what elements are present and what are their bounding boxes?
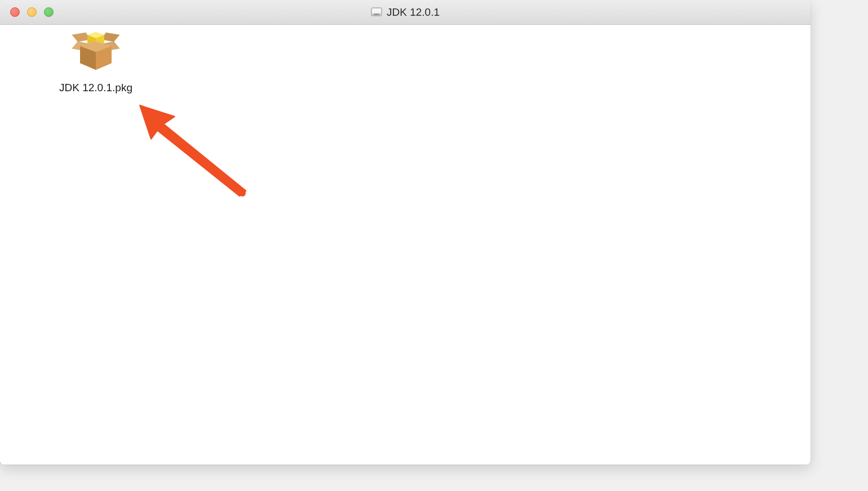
window-title: JDK 12.0.1: [371, 6, 440, 19]
window-title-text: JDK 12.0.1: [387, 6, 440, 19]
zoom-window-button[interactable]: [44, 7, 54, 17]
file-label: JDK 12.0.1.pkg: [48, 81, 144, 95]
close-window-button[interactable]: [10, 7, 20, 17]
window-title-bar[interactable]: JDK 12.0.1: [0, 0, 811, 25]
annotation-arrow: [135, 101, 248, 197]
svg-rect-2: [374, 14, 379, 15]
finder-window: JDK 12.0.1: [0, 0, 811, 465]
package-installer-icon: [68, 30, 124, 75]
disk-drive-icon: [371, 7, 382, 17]
svg-point-3: [239, 190, 246, 197]
minimize-window-button[interactable]: [27, 7, 37, 17]
traffic-lights: [0, 7, 54, 17]
finder-content-area[interactable]: JDK 12.0.1.pkg: [0, 25, 811, 465]
file-item-jdk-pkg[interactable]: JDK 12.0.1.pkg: [48, 30, 144, 95]
